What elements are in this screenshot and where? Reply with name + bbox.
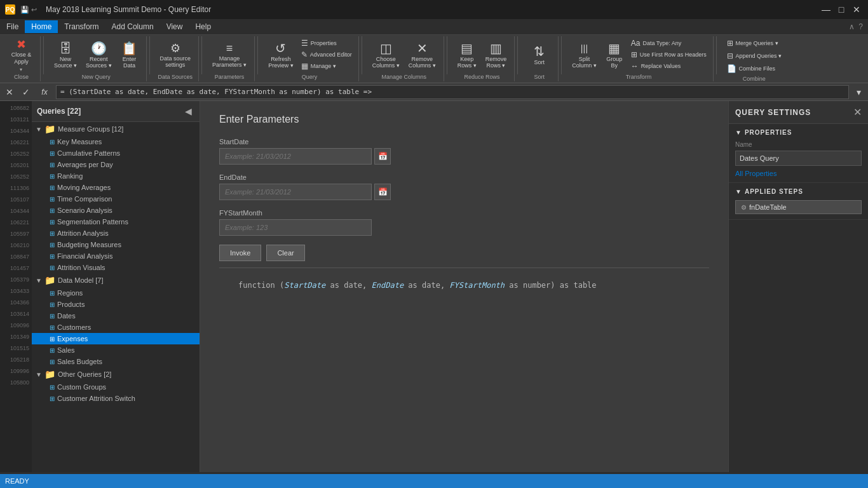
formula-input[interactable] [56,85,849,99]
table-icon: ⊞ [50,358,55,365]
query-group-data-model-header[interactable]: ▼ 📁 Data Model [7] [32,273,200,287]
sidebar-item-budgeting-measures[interactable]: ⊞ Budgeting Measures [32,239,200,250]
advanced-editor-button[interactable]: ✎ Advanced Editor [299,49,355,60]
sidebar-item-customer-attrition-switch[interactable]: ⊞ Customer Attrition Switch [32,393,200,404]
minimize-button[interactable]: — [820,3,832,16]
applied-steps-section: ▼ APPLIED STEPS ⚙ fnDateTable [729,183,868,220]
sidebar-item-cumulative-patterns[interactable]: ⊞ Cumulative Patterns [32,147,200,159]
manage-parameters-button[interactable]: ≡ ManageParameters ▾ [208,37,250,72]
fystart-input[interactable] [219,219,372,236]
startdate-input[interactable] [219,148,372,165]
sidebar-item-segmentation-patterns[interactable]: ⊞ Segmentation Patterns [32,216,200,227]
sidebar-item-expenses[interactable]: ⊞ Expenses [32,333,200,344]
startdate-calendar-button[interactable]: 📅 [374,148,391,165]
data-source-settings-button[interactable]: ⚙ Data sourcesettings [156,37,195,72]
sidebar-item-ranking[interactable]: ⊞ Ranking [32,170,200,182]
parameters-buttons: ≡ ManageParameters ▾ [208,37,250,72]
collapse-ribbon-icon[interactable]: ∧ [849,22,855,31]
enddate-calendar-button[interactable]: 📅 [374,184,391,200]
sidebar-item-products[interactable]: ⊞ Products [32,299,200,310]
applied-step-fn-date-table[interactable]: ⚙ fnDateTable [735,200,862,214]
sidebar-title: Queries [22] [37,107,81,116]
append-queries-button[interactable]: ⊟ Append Queries ▾ [724,50,785,62]
query-group-data-model: ▼ 📁 Data Model [7] ⊞ Regions ⊞ Products … [32,273,200,367]
startdate-input-row: 📅 [219,148,709,165]
merge-queries-button[interactable]: ⊞ Merge Queries ▾ [724,37,785,49]
menu-add-column[interactable]: Add Column [105,20,160,33]
sep5 [362,36,362,74]
close-button[interactable]: ✕ [850,3,863,16]
formula-text: function (StartDate as date, EndDate as … [238,281,597,290]
sort-button[interactable]: ⇅ Sort [527,37,552,72]
menu-help[interactable]: Help [189,20,217,33]
financial-analysis-label: Financial Analysis [57,252,112,260]
title-controls[interactable]: — □ ✕ [820,3,863,16]
clear-button[interactable]: Clear [266,245,304,261]
menu-file[interactable]: File [0,20,25,33]
properties-button[interactable]: ☰ Properties [299,37,355,49]
table-icon: ⊞ [50,196,55,203]
line-num-18: 104366 [3,297,29,308]
group-by-button[interactable]: ▦ GroupBy [602,37,627,72]
sidebar-item-attrition-visuals[interactable]: ⊞ Attrition Visuals [32,262,200,273]
table-icon: ⊞ [50,161,55,168]
sidebar-item-moving-averages[interactable]: ⊞ Moving Averages [32,182,200,193]
recent-sources-button[interactable]: 🕐 RecentSources ▾ [82,37,116,72]
sidebar-item-custom-groups[interactable]: ⊞ Custom Groups [32,381,200,393]
all-properties-link[interactable]: All Properties [735,170,776,177]
line-num-15: 101457 [3,262,29,274]
help-icon[interactable]: ? [858,22,863,31]
sidebar-item-dates[interactable]: ⊞ Dates [32,310,200,322]
sidebar-item-sales-budgets[interactable]: ⊞ Sales Budgets [32,356,200,367]
query-settings-close-button[interactable]: ✕ [853,106,862,118]
query-buttons: ↺ RefreshPreview ▾ ☰ Properties ✎ Advanc… [264,37,355,72]
new-source-button[interactable]: 🗄 NewSource ▾ [50,37,81,72]
formula-confirm-button[interactable]: ✓ [19,85,33,99]
sidebar-item-key-measures[interactable]: ⊞ Key Measures [32,136,200,147]
menu-view[interactable]: View [160,20,189,33]
choose-columns-button[interactable]: ◫ ChooseColumns ▾ [369,37,403,72]
menu-home[interactable]: Home [25,20,58,33]
remove-columns-button[interactable]: ✕ RemoveColumns ▾ [405,37,440,72]
manage-button[interactable]: ▦ Manage ▾ [299,60,355,72]
enter-data-button[interactable]: 📋 EnterData [117,37,142,72]
maximize-button[interactable]: □ [835,3,848,16]
invoke-button[interactable]: Invoke [219,245,261,261]
table-icon: ⊞ [50,384,55,391]
enddate-input[interactable] [219,184,372,200]
query-name-input[interactable] [735,151,862,166]
data-type-button[interactable]: Aa Data Type: Any [628,37,709,49]
remove-rows-button[interactable]: ▥ RemoveRows ▾ [482,37,511,72]
reduce-rows-buttons: ▤ KeepRows ▾ ▥ RemoveRows ▾ [454,37,511,72]
refresh-preview-button[interactable]: ↺ RefreshPreview ▾ [264,37,297,72]
formula-fx-button[interactable]: fx [36,85,53,99]
sidebar-item-customers[interactable]: ⊞ Customers [32,322,200,333]
table-icon: ⊞ [50,150,55,157]
sidebar-collapse-button[interactable]: ◀ [182,105,194,118]
app-icon: PQ [5,4,15,15]
sidebar-item-scenario-analysis[interactable]: ⊞ Scenario Analysis [32,205,200,216]
replace-values-button[interactable]: ↔ Replace Values [628,60,709,72]
expenses-label: Expenses [57,335,88,342]
formula-cancel-button[interactable]: ✕ [3,85,17,99]
moving-averages-label: Moving Averages [57,184,111,191]
sidebar-item-sales[interactable]: ⊞ Sales [32,344,200,356]
menu-transform[interactable]: Transform [58,20,105,33]
sidebar-item-time-comparison[interactable]: ⊞ Time Comparison [32,193,200,205]
data-sources-buttons: ⚙ Data sourcesettings [156,37,195,72]
sidebar-item-attrition-analysis[interactable]: ⊞ Attrition Analysis [32,227,200,239]
split-column-button[interactable]: ⫼ SplitColumn ▾ [568,37,600,72]
query-group-other-queries-header[interactable]: ▼ 📁 Other Queries [2] [32,367,200,381]
sidebar-item-averages-per-day[interactable]: ⊞ Averages per Day [32,159,200,170]
first-row-header-button[interactable]: ⊞ Use First Row as Headers [628,49,709,60]
combine-files-button[interactable]: 📄 Combine Files [724,63,785,74]
close-apply-button[interactable]: ✖ Close &Apply ▾ [8,37,36,72]
sidebar-item-financial-analysis[interactable]: ⊞ Financial Analysis [32,250,200,262]
keep-rows-button[interactable]: ▤ KeepRows ▾ [454,37,480,72]
query-group-measure-groups-header[interactable]: ▼ 📁 Measure Groups [12] [32,122,200,136]
sidebar-scroll[interactable]: ▼ 📁 Measure Groups [12] ⊞ Key Measures ⊞… [32,122,200,472]
formula-expand-button[interactable]: ▾ [851,85,865,99]
sidebar-item-regions[interactable]: ⊞ Regions [32,287,200,299]
name-label: Name [735,141,862,148]
line-num-16: 105379 [3,274,29,285]
